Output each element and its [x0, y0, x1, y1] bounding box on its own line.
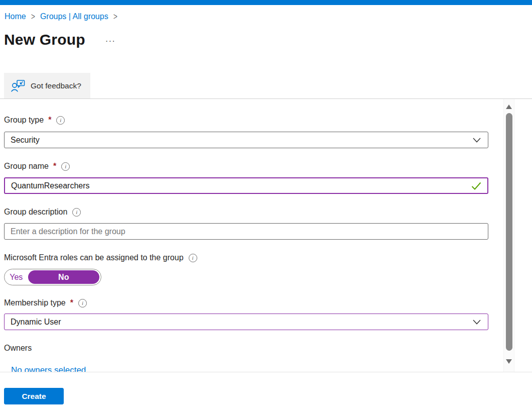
chevron-down-icon [473, 320, 488, 325]
breadcrumb-home-link[interactable]: Home [5, 11, 26, 22]
scrollbar-track[interactable] [503, 99, 514, 372]
group-type-dropdown[interactable]: Security [4, 132, 488, 148]
form-scroll-area: Group type * i Security Group name * i G… [0, 99, 532, 372]
info-icon[interactable]: i [72, 208, 81, 217]
group-type-value: Security [5, 136, 473, 145]
azure-top-bar [0, 0, 532, 5]
feedback-icon [11, 80, 25, 92]
scrollbar-up-arrow-icon[interactable] [506, 105, 512, 109]
create-button[interactable]: Create [4, 388, 64, 404]
breadcrumb-separator: > [31, 10, 35, 24]
info-icon[interactable]: i [61, 162, 70, 171]
scrollbar-down-arrow-icon[interactable] [506, 359, 512, 364]
page-title: New Group [4, 31, 85, 48]
group-description-label: Group description i [4, 208, 81, 217]
group-description-label-text: Group description [4, 208, 67, 217]
got-feedback-label: Got feedback? [31, 81, 81, 90]
group-description-input[interactable] [5, 224, 488, 239]
membership-type-dropdown[interactable]: Dynamic User [4, 314, 488, 330]
required-marker: * [52, 162, 56, 171]
required-marker: * [69, 298, 73, 307]
more-options-icon[interactable]: ··· [105, 33, 115, 46]
toggle-option-yes[interactable]: Yes [5, 270, 28, 284]
membership-type-label: Membership type * i [4, 298, 87, 307]
group-name-field-wrap [4, 177, 488, 194]
required-marker: * [47, 116, 51, 125]
owners-label-text: Owners [4, 344, 32, 353]
owners-label: Owners [4, 344, 32, 353]
got-feedback-button[interactable]: Got feedback? [4, 73, 90, 98]
valid-check-icon [471, 182, 487, 190]
breadcrumb-groups-link[interactable]: Groups | All groups [40, 11, 108, 22]
title-row: New Group ··· [4, 31, 115, 48]
entra-roles-toggle[interactable]: Yes No [4, 269, 101, 285]
group-type-label-text: Group type [4, 116, 44, 125]
footer-divider [0, 372, 532, 372]
group-name-input[interactable] [5, 178, 471, 193]
breadcrumb-separator: > [113, 10, 117, 24]
info-icon[interactable]: i [189, 254, 197, 262]
group-description-field-wrap [4, 223, 488, 240]
info-icon[interactable]: i [56, 116, 65, 125]
entra-roles-label-text: Microsoft Entra roles can be assigned to… [4, 253, 184, 262]
new-group-page: Home > Groups | All groups > New Group ·… [0, 0, 532, 413]
membership-type-label-text: Membership type [4, 298, 66, 307]
toggle-option-no[interactable]: No [28, 270, 100, 284]
no-owners-selected-link[interactable]: No owners selected [11, 365, 86, 372]
membership-type-value: Dynamic User [5, 318, 473, 327]
breadcrumb: Home > Groups | All groups > [5, 11, 117, 22]
group-name-label: Group name * i [4, 162, 70, 171]
entra-roles-label: Microsoft Entra roles can be assigned to… [4, 253, 197, 262]
group-name-label-text: Group name [4, 162, 49, 171]
info-icon[interactable]: i [78, 299, 87, 307]
group-type-label: Group type * i [4, 116, 65, 125]
scrollbar-thumb[interactable] [506, 113, 512, 351]
chevron-down-icon [473, 138, 488, 143]
